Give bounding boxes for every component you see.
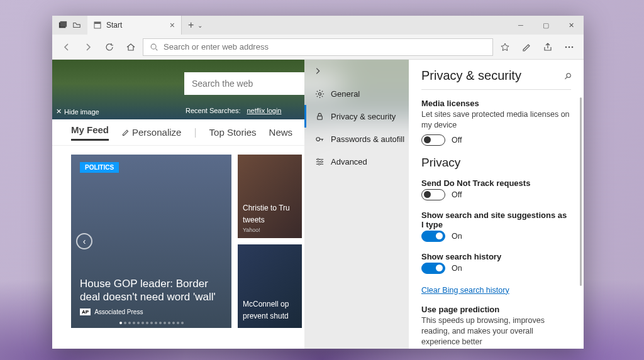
browser-tab[interactable]: Start × xyxy=(87,16,182,35)
source-logo: AP xyxy=(80,308,91,315)
settings-nav: General Privacy & security Passwords & a… xyxy=(304,60,409,349)
pin-icon[interactable]: ⚲ xyxy=(562,70,574,81)
history-state: On xyxy=(452,264,462,273)
maximize-button[interactable]: ▢ xyxy=(533,16,558,35)
nav-passwords-label: Passwords & autofill xyxy=(331,134,404,144)
nav-advanced[interactable]: Advanced xyxy=(304,150,409,173)
tab-menu-chevron-icon[interactable]: ⌄ xyxy=(197,22,203,29)
svg-point-11 xyxy=(317,158,319,160)
lock-icon xyxy=(315,112,325,121)
address-input[interactable] xyxy=(164,42,486,52)
address-bar[interactable] xyxy=(143,38,493,56)
scrollbar[interactable] xyxy=(580,97,582,286)
nav-general[interactable]: General xyxy=(304,82,409,105)
settings-panel: General Privacy & security Passwords & a… xyxy=(304,60,584,349)
svg-point-12 xyxy=(321,161,323,163)
featured-card[interactable]: POLITICS ‹ House GOP leader: Border deal… xyxy=(71,155,231,328)
titlebar-left-icons xyxy=(52,16,87,35)
dnt-state: Off xyxy=(452,190,462,199)
card2-sub: prevent shutd xyxy=(243,312,297,320)
media-licenses-toggle[interactable] xyxy=(421,134,445,146)
dnt-toggle-row: Off xyxy=(421,189,571,200)
side-card-1[interactable]: Christie to Tru tweets Yahoo! xyxy=(238,155,302,238)
svg-point-6 xyxy=(569,46,570,48)
sliders-icon xyxy=(315,157,325,166)
home-button[interactable] xyxy=(121,38,140,57)
tab-my-feed[interactable]: My Feed xyxy=(71,124,109,141)
gear-icon xyxy=(315,89,325,99)
media-licenses-state: Off xyxy=(452,136,462,145)
side-card-2[interactable]: McConnell op prevent shutd xyxy=(238,244,302,328)
personalize-label: Personalize xyxy=(132,127,181,138)
dnt-label: Send Do Not Track requests xyxy=(421,178,571,188)
minimize-button[interactable]: ─ xyxy=(508,16,533,35)
dnt-toggle[interactable] xyxy=(421,189,445,200)
new-tab-area: + ⌄ xyxy=(182,16,209,35)
title-bar: Start × + ⌄ ─ ▢ ✕ xyxy=(52,16,584,35)
share-button[interactable] xyxy=(538,38,557,57)
nav-privacy-security[interactable]: Privacy & security xyxy=(304,105,409,128)
edge-browser-window: Start × + ⌄ ─ ▢ ✕ ✕ Hide ima xyxy=(52,16,584,349)
tab-close-icon[interactable]: × xyxy=(170,20,175,30)
svg-rect-1 xyxy=(60,21,67,27)
category-badge: POLITICS xyxy=(80,162,119,173)
close-button[interactable]: ✕ xyxy=(558,16,584,35)
tabs-icon[interactable] xyxy=(72,21,81,30)
refresh-button[interactable] xyxy=(100,38,119,57)
card1-title: Christie to Tru xyxy=(243,204,297,212)
settings-back-button[interactable] xyxy=(304,60,409,82)
nav-general-label: General xyxy=(331,89,360,99)
svg-point-10 xyxy=(316,137,320,141)
svg-point-13 xyxy=(318,163,320,165)
history-label: Show search history xyxy=(421,252,571,261)
hide-image-label: Hide image xyxy=(64,108,99,116)
chevron-right-icon xyxy=(313,67,322,75)
tab-label: Start xyxy=(106,21,165,30)
tab-page-icon xyxy=(94,21,101,29)
clear-history-link[interactable]: Clear Bing search history xyxy=(421,286,509,295)
recent-search-term[interactable]: netflix login xyxy=(247,107,281,114)
featured-title: House GOP leader: Border deal doesn't ne… xyxy=(80,277,223,304)
notes-button[interactable] xyxy=(517,38,536,57)
media-licenses-desc: Let sites save protected media licenses … xyxy=(421,109,571,131)
svg-point-5 xyxy=(565,46,567,48)
tab-personalize[interactable]: Personalize xyxy=(121,127,181,138)
pencil-icon xyxy=(121,128,130,136)
media-licenses-label: Media licenses xyxy=(421,99,571,108)
card1-sub: tweets xyxy=(243,215,297,224)
search-icon xyxy=(150,43,158,52)
detail-title: Privacy & security xyxy=(421,68,521,83)
svg-point-4 xyxy=(151,44,156,49)
side-cards-column: Christie to Tru tweets Yahoo! McConnell … xyxy=(238,155,302,328)
nav-advanced-label: Advanced xyxy=(331,157,367,166)
folder-icon[interactable] xyxy=(58,21,67,30)
back-button[interactable] xyxy=(57,38,76,57)
forward-button[interactable] xyxy=(79,38,97,57)
nav-privacy-label: Privacy & security xyxy=(331,112,396,121)
toolbar xyxy=(52,35,584,60)
tab-top-stories[interactable]: Top Stories xyxy=(209,127,257,138)
suggestions-label: Show search and site suggestions as I ty… xyxy=(421,210,571,229)
card1-source: Yahoo! xyxy=(243,227,297,233)
hide-image-button[interactable]: ✕ Hide image xyxy=(56,107,99,116)
card2-title: McConnell op xyxy=(243,300,297,308)
tab-news[interactable]: News xyxy=(269,127,293,138)
media-licenses-toggle-row: Off xyxy=(421,134,571,146)
favorite-button[interactable] xyxy=(496,38,514,57)
prev-arrow-icon[interactable]: ‹ xyxy=(76,233,92,249)
privacy-heading: Privacy xyxy=(421,156,571,170)
source-name: Associated Press xyxy=(94,308,143,315)
settings-detail: Privacy & security ⚲ Media licenses Let … xyxy=(409,60,584,349)
recent-searches-label: Recent Searches: xyxy=(186,107,240,114)
history-toggle[interactable] xyxy=(421,263,445,274)
page-content: ✕ Hide image Recent Searches: netflix lo… xyxy=(52,60,584,349)
key-icon xyxy=(315,134,325,144)
nav-passwords-autofill[interactable]: Passwords & autofill xyxy=(304,128,409,150)
suggestions-toggle[interactable] xyxy=(421,231,445,242)
new-tab-button[interactable]: + xyxy=(188,19,194,31)
featured-card-text: House GOP leader: Border deal doesn't ne… xyxy=(80,277,223,316)
svg-rect-9 xyxy=(318,116,323,119)
svg-point-8 xyxy=(318,92,321,95)
window-controls: ─ ▢ ✕ xyxy=(508,16,584,35)
more-button[interactable] xyxy=(560,38,579,57)
